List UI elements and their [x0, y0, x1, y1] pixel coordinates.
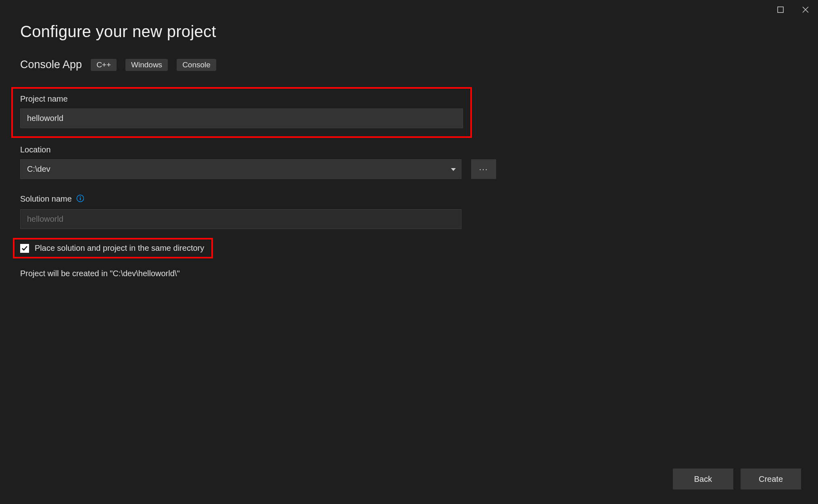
same-directory-group: Place solution and project in the same d… — [13, 238, 213, 258]
template-tag: Console — [177, 59, 216, 71]
create-button[interactable]: Create — [741, 469, 801, 489]
project-name-label: Project name — [20, 94, 463, 104]
svg-point-5 — [80, 196, 81, 197]
project-name-input[interactable] — [20, 108, 463, 128]
dialog-footer: Back Create — [673, 469, 801, 489]
creation-path-text: Project will be created in "C:\dev\hello… — [20, 269, 798, 278]
location-value: C:\dev — [27, 165, 50, 174]
solution-name-label-text: Solution name — [20, 194, 72, 203]
location-label: Location — [20, 145, 798, 154]
project-name-group: Project name — [11, 87, 472, 138]
template-tag: Windows — [125, 59, 168, 71]
browse-button[interactable]: ... — [471, 159, 496, 179]
svg-rect-0 — [778, 7, 783, 12]
solution-name-input — [20, 209, 461, 229]
solution-name-label: Solution name — [20, 194, 798, 204]
location-select-wrapper: C:\dev — [20, 159, 461, 179]
window-controls — [768, 0, 818, 19]
location-select[interactable]: C:\dev — [20, 159, 461, 179]
svg-rect-6 — [80, 198, 81, 200]
close-button[interactable] — [793, 0, 818, 19]
same-directory-checkbox[interactable] — [20, 244, 29, 253]
template-name: Console App — [20, 58, 82, 71]
location-group: Location C:\dev ... — [20, 145, 798, 179]
page-title: Configure your new project — [20, 23, 798, 41]
same-directory-label: Place solution and project in the same d… — [35, 244, 204, 253]
solution-name-group: Solution name — [20, 194, 798, 229]
template-tag: C++ — [91, 59, 117, 71]
back-button[interactable]: Back — [673, 469, 733, 489]
template-info-row: Console App C++ Windows Console — [20, 58, 798, 71]
dialog-content: Configure your new project Console App C… — [0, 0, 818, 278]
maximize-button[interactable] — [768, 0, 793, 19]
info-icon[interactable] — [76, 194, 84, 204]
